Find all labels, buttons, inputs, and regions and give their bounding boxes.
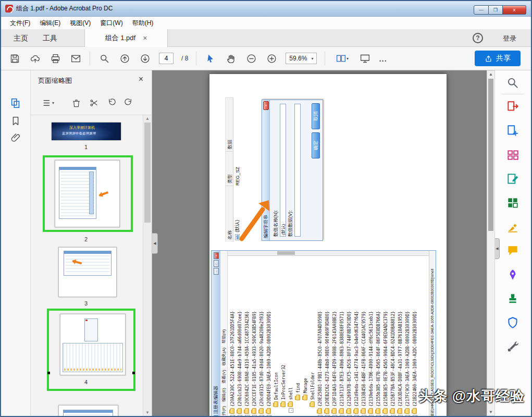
tool-comment-button[interactable] — [494, 239, 531, 263]
page-display-dropdown[interactable]: ▾ — [333, 52, 351, 65]
registry-key-row[interactable]: +{215B83E5-0E7B-4565-9064-6F9ED4ADC379} — [382, 256, 389, 416]
registry-key-row[interactable]: +{2133B458-64BF-41FB-86AF-CC4401AC9579} — [360, 256, 367, 416]
tree-expander-icon[interactable]: + — [391, 415, 395, 416]
pdf-page-4[interactable]: 名称 类型 数据 ab (默认) REG_SZ 编辑字符串 — [209, 74, 447, 416]
tree-expander-icon[interactable]: + — [238, 415, 242, 416]
email-icon[interactable] — [69, 52, 82, 65]
registry-key-row[interactable]: InProcServer32 — [280, 256, 287, 416]
tree-expander-icon[interactable]: + — [383, 415, 388, 416]
scroll-up-icon[interactable]: ▲ — [143, 116, 152, 121]
registry-key-row[interactable]: Manage — [302, 256, 309, 416]
tree-expander-icon[interactable]: - — [267, 415, 271, 416]
thumbnail-page-3[interactable] — [58, 247, 117, 297]
viewer-scrollbar[interactable]: ▲ ▼ — [487, 70, 495, 416]
registry-key-row[interactable]: ShellFolder — [309, 256, 316, 416]
registry-key-row[interactable]: +{212d9eda-c341-4774-9ac3-b4e0d6347f64} — [353, 256, 360, 416]
tool-combine-files-button[interactable] — [494, 191, 531, 215]
tree-expander-icon[interactable]: + — [398, 415, 403, 416]
registry-key-row[interactable]: +{20AA230C-5224-451E-88C0-37F261DD5F4A} — [229, 256, 236, 416]
tool-fill-sign-button[interactable] — [494, 215, 531, 239]
select-tool-icon[interactable] — [204, 52, 217, 65]
share-button[interactable]: 共享 — [475, 51, 521, 66]
document-viewer[interactable]: ◀ 名称 类型 数据 ab (默认) REG_SZ — [152, 70, 496, 416]
tool-search-button[interactable] — [494, 71, 531, 95]
maximize-button[interactable]: ❐ — [489, 5, 503, 15]
hand-tool-icon[interactable] — [225, 52, 237, 65]
registry-key-row[interactable]: -shell — [287, 256, 294, 416]
selection-handle[interactable] — [132, 372, 135, 374]
scrollbar-thumb[interactable] — [144, 122, 151, 223]
tool-stamp-button[interactable] — [494, 287, 531, 311]
tool-protect-button[interactable] — [494, 311, 531, 335]
registry-key-row[interactable]: +{2126907B-8CF5-45C6-8F07-744F8B79C0D0} — [345, 256, 353, 416]
next-page-icon[interactable] — [139, 52, 151, 65]
registry-key-row[interactable]: +{2155b385-0E7B-4565-864F-86F5E8DB766A} — [375, 256, 382, 416]
menu-file[interactable]: 文件(F) — [5, 17, 35, 29]
tree-expander-icon[interactable]: + — [332, 415, 337, 416]
page-number-input[interactable] — [159, 53, 174, 64]
cut-pages-icon[interactable] — [89, 97, 101, 108]
tool-organize-pages-button[interactable] — [494, 143, 531, 167]
registry-key-row[interactable]: find — [294, 256, 302, 416]
registry-key-row[interactable]: +{21B22460-3AEA-1069-A2DC-08002B30309D} — [411, 256, 418, 416]
tree-expander-icon[interactable]: + — [259, 415, 264, 416]
document-tab[interactable]: 组合 1.pdf × — [84, 29, 168, 47]
tree-expander-icon[interactable]: + — [340, 415, 344, 416]
tab-tools[interactable]: 工具 — [43, 34, 57, 43]
rotate-right-icon[interactable] — [123, 97, 135, 108]
tree-expander-icon[interactable]: + — [413, 415, 417, 416]
registry-key-row[interactable]: +{20b1cb23-6908-44e9-b7d4-a66d00d07cee} — [236, 256, 243, 416]
tree-expander-icon[interactable]: + — [369, 415, 374, 416]
help-icon[interactable]: ? — [473, 33, 483, 43]
cloud-upload-icon[interactable] — [29, 52, 41, 65]
registry-key-row[interactable]: +{215B77BA-B53F-48C4-BDC4-0241D0BA8812} — [389, 256, 397, 416]
menu-view[interactable]: 视图(V) — [65, 17, 95, 29]
thumbnail-page-5[interactable] — [58, 405, 118, 416]
attachments-icon[interactable] — [10, 132, 21, 143]
save-icon[interactable] — [8, 52, 21, 65]
more-tools-icon[interactable]: ... — [379, 54, 387, 63]
scrollbar-thumb[interactable] — [488, 79, 493, 231]
registry-key-row[interactable]: +{20E25881-F9B1-448b-85C0-4707A94D0598} — [316, 256, 324, 416]
tree-expander-icon[interactable]: + — [318, 415, 323, 416]
tool-sign-certificates-button[interactable] — [494, 263, 531, 287]
registry-key-row[interactable]: +{217FC9C0-3AEA-1069-A2DB-08002B30309D} — [404, 256, 411, 416]
sign-in-link[interactable]: 登录 — [503, 34, 516, 43]
registry-key-row[interactable]: +{20cd9315-87d0-49d4-8020-9a48208e2f83} — [258, 256, 265, 416]
thumbnail-page-4[interactable] — [60, 314, 126, 375]
registry-key-row[interactable]: +{2163DACA-D0BF-4a31-97F7-BB7618AB1955} — [397, 256, 404, 416]
tree-expander-icon[interactable]: - — [289, 408, 293, 413]
scroll-down-icon[interactable]: ▼ — [487, 410, 494, 414]
tree-expander-icon[interactable]: + — [347, 415, 352, 416]
scroll-up-icon[interactable]: ▲ — [487, 72, 494, 77]
presentation-mode-icon[interactable] — [358, 52, 371, 65]
close-button[interactable]: × — [503, 5, 526, 15]
tool-create-pdf-button[interactable] — [494, 119, 531, 143]
thumbnail-scrollbar[interactable]: ▲ ▼ — [143, 115, 152, 416]
registry-key-row[interactable]: +{20F1D4A3-64F0-4FD9-980B-2F6143AA0BE2} — [331, 256, 338, 416]
zoom-out-icon[interactable] — [245, 52, 257, 65]
delete-pages-icon[interactable] — [71, 97, 83, 108]
tab-home[interactable]: 主页 — [14, 34, 28, 43]
tree-expander-icon[interactable]: + — [405, 415, 410, 416]
registry-key-row[interactable]: -{20D04FE0-3AEA-1069-A2D8-08002B30309D} — [265, 256, 273, 416]
tree-expander-icon[interactable]: + — [252, 415, 257, 416]
rotate-left-icon[interactable] — [107, 97, 118, 108]
tree-expander-icon[interactable]: + — [245, 415, 250, 416]
registry-key-row[interactable]: DefaultIcon — [273, 256, 280, 416]
title-bar[interactable]: 组合 1.pdf - Adobe Acrobat Pro DC — ❐ × — [1, 1, 531, 17]
registry-key-row[interactable]: +{2139e6da-1786-4900-9144-df6c5613ceb1} — [367, 256, 375, 416]
panel-collapse-handle[interactable]: ◀ — [152, 233, 158, 254]
menu-window[interactable]: 窗口(W) — [95, 17, 127, 29]
page-thumbnails-icon[interactable] — [10, 97, 21, 109]
tool-edit-pdf-button[interactable] — [494, 167, 531, 191]
tree-expander-icon[interactable]: + — [362, 415, 366, 416]
tree-expander-icon[interactable]: + — [354, 415, 359, 416]
menu-edit[interactable]: 编辑(E) — [35, 17, 65, 29]
registry-key-row[interactable]: +{20CCEF1E-0185-41a5-A933-509C43B54FB9} — [251, 256, 258, 416]
thumbnail-page-1[interactable]: 深入掌握计算机 蓝屏黑屏中毒处理原理 — [52, 122, 121, 140]
print-icon[interactable] — [49, 52, 61, 65]
tree-expander-icon[interactable]: + — [230, 415, 235, 416]
bookmarks-icon[interactable] — [10, 115, 21, 127]
previous-page-icon[interactable] — [118, 52, 131, 65]
